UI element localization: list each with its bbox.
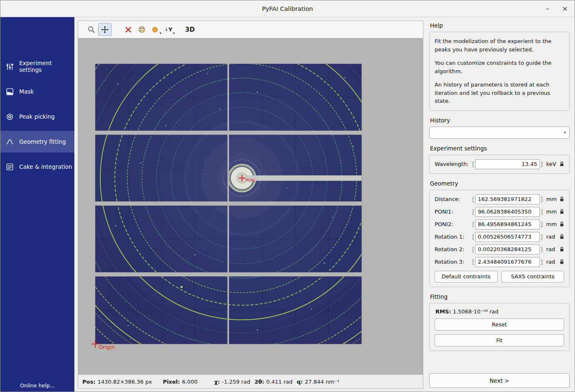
poni1-field[interactable] bbox=[475, 207, 539, 217]
sidebar: Experiment settings Mask Peak picking Ge… bbox=[0, 17, 74, 392]
rotation2-unit: rad bbox=[546, 246, 559, 252]
help-section-title: Help bbox=[430, 22, 570, 29]
document-lines-icon bbox=[5, 162, 14, 171]
experiment-box: Wavelength: [ ] keV bbox=[429, 155, 570, 174]
lock-icon[interactable] bbox=[560, 221, 564, 227]
sidebar-item-mask[interactable]: Mask bbox=[0, 81, 74, 102]
lock-icon[interactable] bbox=[560, 234, 564, 239]
two-theta-readout: 2θ:0.411 rad bbox=[254, 379, 293, 385]
center-marker-label: PONI bbox=[246, 178, 255, 183]
bracket-decoration: ] bbox=[541, 196, 543, 203]
bracket-decoration: [ bbox=[472, 209, 474, 215]
pan-button[interactable] bbox=[98, 23, 112, 36]
axes-orientation-button[interactable]: ↓Y ▾ bbox=[162, 23, 175, 36]
plot-statusbar: Pos:1430.82×386.36 px Pixel:6.000 χ:-1.2… bbox=[78, 374, 423, 388]
lock-icon[interactable] bbox=[560, 161, 564, 167]
mask-icon bbox=[5, 87, 14, 96]
rms-value: 1.5068·10⁻⁰⁴ rad bbox=[453, 308, 499, 315]
poni2-field[interactable] bbox=[475, 219, 539, 229]
wavelength-label: Wavelength: bbox=[435, 161, 471, 167]
next-button[interactable]: Next > bbox=[429, 373, 570, 388]
sidebar-item-cake-integration[interactable]: Cake & integration bbox=[0, 156, 74, 178]
fitting-section-title: Fitting bbox=[430, 293, 570, 300]
palette-icon bbox=[138, 25, 146, 33]
bracket-decoration: [ bbox=[472, 234, 474, 240]
peak-curve-icon bbox=[5, 137, 14, 146]
colormap-button[interactable] bbox=[135, 23, 148, 36]
diffraction-canvas[interactable]: PONI Origin bbox=[78, 38, 423, 374]
bracket-decoration: ] bbox=[541, 246, 543, 253]
sidebar-item-geometry-fitting[interactable]: Geometry fitting bbox=[0, 131, 74, 153]
rotation3-field[interactable] bbox=[475, 257, 539, 267]
window-title: PyFAI Calibration bbox=[262, 5, 313, 12]
pixel-readout: Pixel:6.000 bbox=[163, 379, 198, 385]
bracket-decoration: [ bbox=[472, 196, 474, 203]
q-readout: q:27.844 nm⁻¹ bbox=[297, 379, 339, 385]
rotation1-label: Rotation 1: bbox=[435, 234, 471, 240]
sidebar-item-label: Mask bbox=[19, 88, 34, 95]
bracket-decoration: [ bbox=[472, 246, 474, 253]
geometry-box: Distance: [ ] mm PONI1: [ ] mm PONI2: bbox=[429, 190, 570, 287]
sidebar-item-experiment-settings[interactable]: Experiment settings bbox=[0, 56, 74, 77]
experiment-section-title: Experiment settings bbox=[430, 145, 570, 152]
chi-readout: χ:-1.259 rad bbox=[214, 379, 250, 385]
lock-icon[interactable] bbox=[560, 196, 564, 202]
settings-panel: Help Fit the modelization of the experie… bbox=[427, 17, 575, 392]
origin-marker-label: Origin bbox=[99, 344, 115, 350]
distance-field[interactable] bbox=[475, 194, 539, 204]
y-axis-icon: ↓Y bbox=[165, 26, 173, 33]
wavelength-unit: keV bbox=[546, 161, 559, 167]
magnifier-icon bbox=[87, 25, 96, 34]
sidebar-item-label: Experiment settings bbox=[19, 60, 74, 73]
red-cross-icon bbox=[125, 26, 132, 33]
sidebar-item-label: Cake & integration bbox=[19, 163, 72, 170]
titlebar: PyFAI Calibration – × bbox=[0, 0, 575, 17]
pan-icon bbox=[101, 25, 109, 34]
position-readout: Pos:1430.82×386.36 px bbox=[82, 379, 152, 385]
clear-markers-button[interactable] bbox=[122, 23, 135, 36]
orange-circle-icon bbox=[151, 26, 159, 33]
dropdown-caret-icon: ▾ bbox=[160, 31, 161, 35]
geometry-section-title: Geometry bbox=[430, 180, 570, 187]
rotation1-field[interactable] bbox=[475, 232, 539, 242]
saxs-constraints-button[interactable]: SAXS contraints bbox=[501, 271, 565, 283]
sidebar-item-label: Geometry fitting bbox=[19, 138, 66, 145]
rotation2-field[interactable] bbox=[475, 244, 539, 255]
distance-label: Distance: bbox=[435, 196, 471, 202]
zoom-button[interactable] bbox=[85, 23, 98, 36]
help-paragraph: An history of parameters is stored at ea… bbox=[435, 81, 564, 105]
sidebar-item-peak-picking[interactable]: Peak picking bbox=[0, 106, 74, 127]
wavelength-field[interactable] bbox=[475, 159, 539, 169]
history-dropdown[interactable]: ▾ bbox=[429, 127, 570, 139]
help-paragraph: Fit the modelization of the experient to… bbox=[435, 37, 564, 53]
fitting-box: RMS: 1.5068·10⁻⁰⁴ rad Reset Fit bbox=[429, 303, 570, 351]
default-constraints-button[interactable]: Default contraints bbox=[435, 271, 498, 283]
reset-button[interactable]: Reset bbox=[435, 318, 564, 331]
sliders-icon bbox=[5, 62, 14, 71]
rms-label: RMS: bbox=[435, 308, 451, 315]
distance-unit: mm bbox=[546, 196, 559, 202]
three-d-button[interactable]: 3D bbox=[185, 26, 195, 33]
rotation3-label: Rotation 3: bbox=[435, 259, 471, 265]
poni2-unit: mm bbox=[546, 221, 559, 227]
rotation1-unit: rad bbox=[546, 234, 559, 240]
marker-color-button[interactable]: ▾ bbox=[148, 23, 162, 36]
diffraction-image: PONI Origin bbox=[78, 38, 423, 374]
online-help-link[interactable]: Online help... bbox=[0, 382, 74, 389]
bracket-decoration: ] bbox=[541, 221, 543, 228]
plot-widget: ▾ ↓Y ▾ 3D bbox=[78, 20, 423, 389]
rotation2-label: Rotation 2: bbox=[435, 246, 471, 252]
minimize-button[interactable]: – bbox=[544, 5, 551, 12]
rms-readout: RMS: 1.5068·10⁻⁰⁴ rad bbox=[435, 308, 564, 315]
bracket-decoration: [ bbox=[472, 161, 474, 168]
bracket-decoration: [ bbox=[472, 259, 474, 265]
lock-icon[interactable] bbox=[560, 259, 564, 265]
lock-icon[interactable] bbox=[560, 247, 564, 252]
help-paragraph: You can customize constraints to guide t… bbox=[435, 59, 564, 75]
poni1-unit: mm bbox=[546, 209, 559, 215]
fit-button[interactable]: Fit bbox=[435, 334, 564, 346]
lock-icon[interactable] bbox=[560, 209, 564, 214]
close-button[interactable]: × bbox=[561, 5, 569, 12]
bracket-decoration: ] bbox=[541, 259, 543, 265]
history-section-title: History bbox=[430, 117, 570, 124]
